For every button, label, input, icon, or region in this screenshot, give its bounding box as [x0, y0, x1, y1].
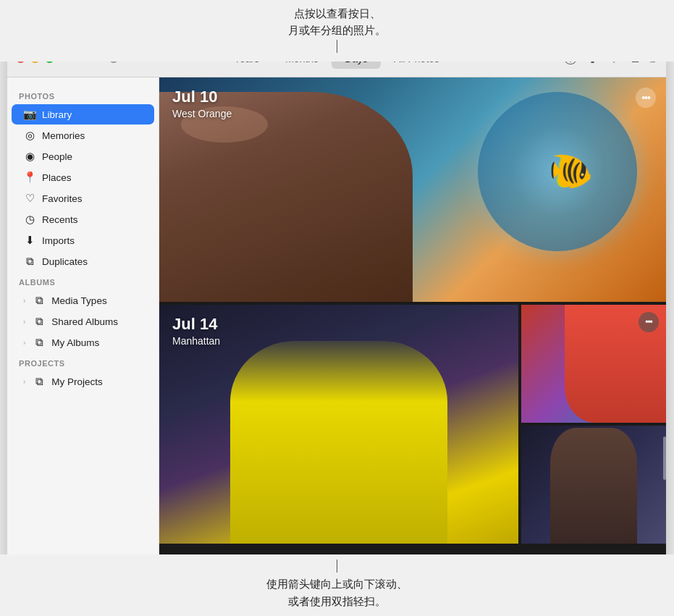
more-icon-2: ••• — [645, 317, 652, 327]
scroll-indicator — [663, 436, 666, 480]
sidebar-item-media-types-label: Media Types — [51, 295, 106, 306]
sidebar-item-places[interactable]: 📍 Places — [12, 167, 154, 187]
photo-group-2-more-button[interactable]: ••• — [639, 312, 659, 332]
sidebar-item-memories[interactable]: ◎ Memories — [12, 125, 154, 145]
photo-group-2-location: Manhattan — [172, 335, 220, 347]
main-content: Photos 📷 Library ◎ Memories ◉ People 📍 P… — [7, 77, 666, 583]
chevron-icon-2: › — [23, 318, 25, 326]
sidebar-item-people[interactable]: ◉ People — [12, 146, 154, 166]
photo-group-1-more-button[interactable]: ••• — [636, 88, 656, 108]
sidebar-item-people-label: People — [42, 151, 72, 162]
sidebar-item-duplicates[interactable]: ⧉ Duplicates — [12, 251, 154, 271]
sidebar-item-imports-label: Imports — [42, 235, 75, 246]
sidebar-section-projects: Projects — [7, 353, 159, 371]
person-1 — [159, 92, 413, 302]
memories-icon: ◎ — [23, 129, 36, 142]
sidebar-item-recents[interactable]: ◷ Recents — [12, 209, 154, 229]
tooltip-bottom-arrow — [337, 560, 337, 573]
tooltip-bottom: 使用箭头键向上或向下滚动、 或者使用双指轻扫。 — [0, 554, 674, 616]
sidebar-item-my-albums-label: My Albums — [51, 337, 99, 348]
sidebar-item-shared-albums[interactable]: › ⧉ Shared Albums — [12, 311, 154, 332]
chevron-icon-4: › — [23, 378, 25, 386]
tooltip-bottom-text: 使用箭头键向上或向下滚动、 或者使用双指轻扫。 — [266, 575, 408, 610]
photo-group-2: Jul 14 Manhattan ••• — [159, 305, 666, 544]
sidebar-item-memories-label: Memories — [42, 130, 85, 141]
sidebar-item-shared-albums-label: Shared Albums — [51, 316, 118, 327]
main-window: − + Years Months Days All Photos ⓘ ⬆ ♡ ⧉… — [7, 40, 666, 583]
sidebar-item-recents-label: Recents — [42, 214, 78, 225]
library-icon: 📷 — [23, 108, 36, 121]
sidebar-item-media-types[interactable]: › ⧉ Media Types — [12, 290, 154, 311]
recents-icon: ◷ — [23, 213, 36, 226]
photo-group-2-side-bottom-image — [521, 426, 666, 544]
imports-icon: ⬇ — [23, 234, 36, 247]
sidebar-item-imports[interactable]: ⬇ Imports — [12, 230, 154, 250]
photo-group-2-main-image: Jul 14 Manhattan — [159, 305, 518, 544]
sidebar: Photos 📷 Library ◎ Memories ◉ People 📍 P… — [7, 77, 159, 583]
sidebar-section-albums: Albums — [7, 272, 159, 290]
shared-albums-icon: ⧉ — [33, 315, 46, 328]
photo-group-2-date: Jul 14 — [172, 315, 220, 334]
sidebar-item-my-albums[interactable]: › ⧉ My Albums — [12, 332, 154, 353]
favorites-icon: ♡ — [23, 192, 36, 205]
photo-group-2-side-top-image: ••• — [521, 305, 666, 423]
photo-group-1: Jul 10 West Orange ••• — [159, 77, 666, 302]
my-projects-icon: ⧉ — [33, 375, 46, 388]
media-types-icon: ⧉ — [33, 294, 46, 307]
tooltip-top-text: 点按以查看按日、 月或年分组的照片。 — [288, 6, 386, 38]
photo-group-1-image — [159, 77, 666, 302]
tooltip-arrow — [337, 40, 337, 53]
sidebar-item-favorites[interactable]: ♡ Favorites — [12, 188, 154, 208]
chevron-icon-3: › — [23, 339, 25, 347]
chevron-icon: › — [23, 297, 25, 305]
sidebar-item-my-projects-label: My Projects — [51, 376, 103, 387]
photo-group-2-side: ••• — [521, 305, 666, 544]
sidebar-item-my-projects[interactable]: › ⧉ My Projects — [12, 371, 154, 392]
sidebar-item-library[interactable]: 📷 Library — [12, 104, 154, 125]
duplicates-icon: ⧉ — [23, 255, 36, 268]
sidebar-item-library-label: Library — [42, 109, 72, 120]
people-icon: ◉ — [23, 150, 36, 163]
sidebar-item-duplicates-label: Duplicates — [42, 256, 88, 267]
my-albums-icon: ⧉ — [33, 336, 46, 349]
sidebar-item-favorites-label: Favorites — [42, 193, 83, 204]
places-icon: 📍 — [23, 171, 36, 184]
sidebar-section-photos: Photos — [7, 86, 159, 104]
sidebar-item-places-label: Places — [42, 172, 72, 183]
photo-area: Jul 10 West Orange ••• Jul 14 Manhattan — [159, 77, 666, 583]
photo-group-2-label: Jul 14 Manhattan — [172, 315, 220, 347]
more-icon-1: ••• — [641, 92, 650, 104]
tooltip-top: 点按以查看按日、 月或年分组的照片。 — [0, 0, 674, 62]
